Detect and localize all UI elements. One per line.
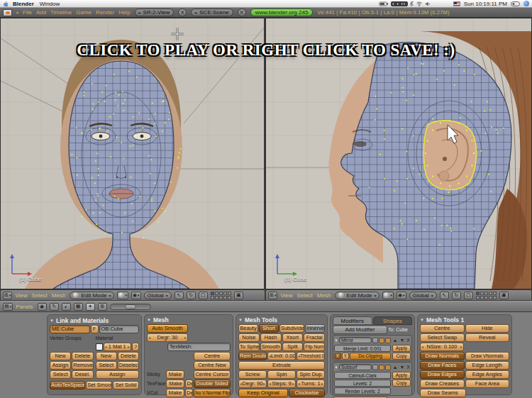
modifier-realtime-icon[interactable] xyxy=(379,365,384,370)
manipulator-rotate-icon[interactable]: ↻ xyxy=(187,292,196,299)
editing-context-icon[interactable]: ✦ xyxy=(86,303,95,311)
material-index-field[interactable]: 1 Mat 1 xyxy=(104,343,132,351)
keep-original-toggle[interactable]: Keep Original xyxy=(238,389,288,397)
centre-button[interactable]: Centre xyxy=(420,324,465,333)
scene-dropdown[interactable]: ▸SCE:Scene xyxy=(191,9,233,16)
add-modifier-button[interactable]: Add Modifier xyxy=(333,326,387,334)
rem-doubles-button[interactable]: Rem Doubles xyxy=(238,352,267,360)
material-color-swatch[interactable] xyxy=(96,343,103,350)
degr-spin-field[interactable]: Degr: 90 xyxy=(238,380,267,388)
beauty-toggle[interactable]: Beauty xyxy=(238,324,258,333)
extrude-button[interactable]: Extrude xyxy=(238,361,325,370)
modifier-realtime-icon[interactable] xyxy=(379,338,384,343)
limit-field[interactable]: Limit: 0.001 xyxy=(267,352,296,360)
threshold-field[interactable]: Threshold 0.010 xyxy=(297,352,325,360)
logic-context-icon[interactable]: ◉ xyxy=(38,303,47,311)
modifier-close-icon[interactable]: X xyxy=(406,338,411,343)
edge-angles-toggle[interactable]: Edge Angles xyxy=(465,370,510,379)
set-solid-button[interactable]: Set Solid xyxy=(113,381,139,389)
clockwise-toggle[interactable]: Clockwise xyxy=(289,389,325,397)
orientation-dropdown[interactable]: Global xyxy=(144,292,172,299)
vcol-make-button[interactable]: Make xyxy=(166,389,184,397)
modifier-down-icon[interactable]: ▼ xyxy=(399,338,405,343)
vgroup-remove-button[interactable]: Remove xyxy=(72,361,93,370)
spotlight-icon[interactable] xyxy=(523,1,529,6)
sticky-make-button[interactable]: Make xyxy=(166,370,184,379)
apple-logo-icon[interactable] xyxy=(3,1,9,7)
do-clipping-toggle[interactable]: Do Clipping xyxy=(350,353,391,360)
set-smooth-button[interactable]: Set Smooth xyxy=(86,381,112,389)
draw-vnormals-toggle[interactable]: Draw VNormals xyxy=(465,352,510,360)
hash-button[interactable]: Hash xyxy=(260,333,282,342)
select-menu[interactable]: Select xyxy=(32,292,48,299)
header-collapse-icon[interactable]: ▾ xyxy=(16,10,18,15)
mesh-datablock-field[interactable]: ME:Cube xyxy=(50,325,90,333)
texmesh-field[interactable]: TexMesh: xyxy=(167,343,231,351)
mesh-menu[interactable]: Mesh xyxy=(317,292,331,299)
modifier-up-icon[interactable]: ▲ xyxy=(392,365,398,370)
editor-type-icon[interactable]: ⊞▾ xyxy=(3,292,12,299)
vgroup-delete-button[interactable]: Delete xyxy=(72,352,93,360)
menu-help[interactable]: Help xyxy=(118,9,130,16)
viewport-side[interactable]: (1) Cube xyxy=(265,18,532,289)
modifier-editmode-icon[interactable] xyxy=(385,365,391,370)
fake-user-button[interactable]: F xyxy=(91,325,99,333)
short-toggle[interactable]: Short xyxy=(259,324,279,333)
orientation-dropdown[interactable]: Global xyxy=(409,292,437,299)
xsort-button[interactable]: Xsort xyxy=(282,333,304,342)
autotexspace-toggle[interactable]: AutoTexSpace xyxy=(50,381,85,389)
modifier-close-icon[interactable]: X xyxy=(406,365,411,370)
menu-timeline[interactable]: Timeline xyxy=(50,9,72,16)
material-new-button[interactable]: New xyxy=(96,352,117,360)
menu-file[interactable]: File xyxy=(23,9,32,16)
draw-seams-toggle[interactable]: Draw Seams xyxy=(420,389,466,397)
modifier-down-icon[interactable]: ▼ xyxy=(399,365,405,370)
script-context-icon[interactable]: ✎ xyxy=(50,303,59,311)
buttons-zoom-slider[interactable] xyxy=(110,304,151,310)
mesh-menu[interactable]: Mesh xyxy=(52,292,66,299)
tab-shapes[interactable]: Shapes xyxy=(373,316,413,325)
modifier-name-field[interactable]: Mirror xyxy=(339,337,372,343)
panel-collapse-icon[interactable]: ▼ xyxy=(238,318,243,322)
smooth-button[interactable]: Smooth xyxy=(260,343,282,351)
panel-collapse-icon[interactable]: ▼ xyxy=(50,319,54,323)
vgroup-deselect-button[interactable]: Desel. xyxy=(72,370,93,379)
manipulator-translate-icon[interactable]: ↖ xyxy=(174,292,184,299)
material-deselect-button[interactable]: Deselect xyxy=(118,361,139,370)
modifier-collapse-icon[interactable]: ▼ xyxy=(334,338,338,343)
reveal-button[interactable]: Reveal xyxy=(465,333,510,342)
material-question-button[interactable]: ? xyxy=(132,343,139,351)
draw-faces-toggle[interactable]: Draw Faces xyxy=(420,361,465,370)
modifier-name-field[interactable]: Subsurf xyxy=(339,364,372,370)
face-area-toggle[interactable]: Face Area xyxy=(465,380,510,388)
scene-delete-button[interactable]: X xyxy=(238,9,246,16)
steps-field[interactable]: Steps: 9 xyxy=(267,380,296,388)
pivot-icon[interactable]: ◉▾ xyxy=(131,292,141,299)
mirror-x-toggle[interactable]: X xyxy=(334,353,341,360)
modifier-render-icon[interactable] xyxy=(372,338,378,343)
vgroup-select-button[interactable]: Select xyxy=(50,370,71,379)
manipulator-scale-icon[interactable]: ▢ xyxy=(464,292,473,299)
to-sphere-button[interactable]: To Sphere xyxy=(238,343,260,351)
editor-type-icon[interactable]: ⊞▾ xyxy=(268,292,277,299)
mode-dropdown[interactable]: Edit Mode xyxy=(70,292,114,299)
spin-button[interactable]: Spin xyxy=(267,370,296,379)
material-assign-button[interactable]: Assign xyxy=(96,370,140,379)
centre-new-button[interactable]: Centre New xyxy=(194,361,231,370)
tab-modifiers[interactable]: Modifiers xyxy=(333,316,372,325)
modifier-collapse-icon[interactable]: ▼ xyxy=(334,365,338,370)
viewport-front[interactable]: (1) Cube xyxy=(0,18,265,289)
macos-app-menu[interactable]: Blender xyxy=(13,1,34,7)
input-language-flag-icon[interactable] xyxy=(453,1,460,6)
fractal-button[interactable]: Fractal xyxy=(304,333,325,342)
render-preview-icon[interactable]: ▣ xyxy=(499,292,509,299)
merge-limit-field[interactable]: Merge Limit: 0.001 xyxy=(334,345,391,352)
macos-window-menu[interactable]: Window xyxy=(40,1,60,7)
view-menu[interactable]: View xyxy=(15,292,27,299)
screen-delete-button[interactable]: X xyxy=(178,9,187,16)
modifier-up-icon[interactable]: ▲ xyxy=(392,338,398,343)
menu-render[interactable]: Render xyxy=(96,9,114,16)
view-menu[interactable]: View xyxy=(280,292,292,299)
scene-context-icon[interactable]: ⚙ xyxy=(98,303,107,311)
layer-buttons[interactable] xyxy=(476,292,497,299)
